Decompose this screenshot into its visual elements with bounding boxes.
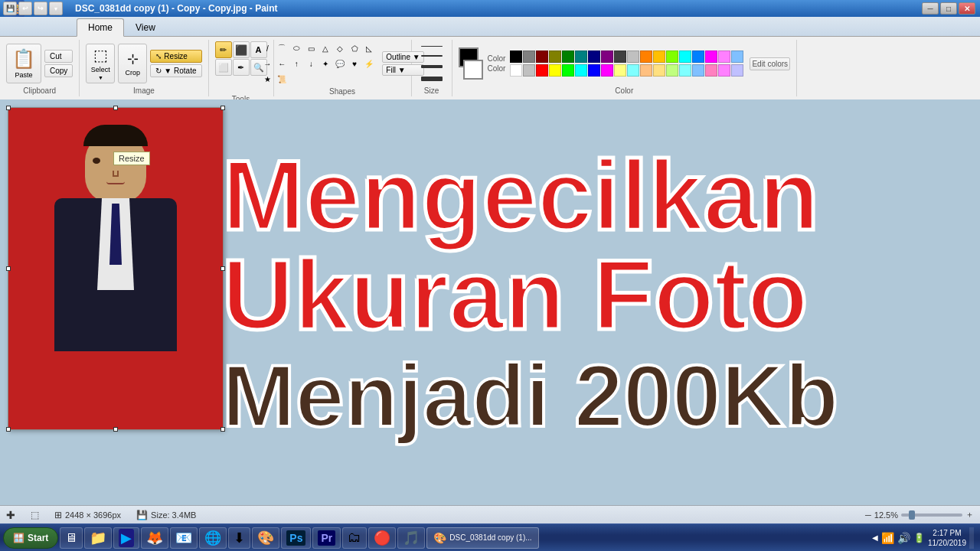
size-4[interactable] <box>421 77 443 81</box>
color-gray[interactable] <box>523 51 535 63</box>
minimize-button[interactable]: ─ <box>922 2 939 15</box>
handle-bl[interactable] <box>6 427 11 432</box>
color-periwinkle[interactable] <box>731 64 743 77</box>
paste-button[interactable]: 📋 Paste <box>6 44 41 83</box>
start-button[interactable]: 🪟 Start <box>3 527 58 549</box>
handle-tc[interactable] <box>113 106 118 110</box>
color-ltcyan2[interactable] <box>627 64 639 77</box>
qa-dropdown[interactable]: ▼ <box>49 2 63 15</box>
color-white[interactable] <box>510 64 522 77</box>
shape-arrow-down[interactable]: ↓ <box>304 57 318 70</box>
shape-diamond[interactable]: ◇ <box>333 41 347 55</box>
color-ltcyan[interactable] <box>575 64 587 77</box>
rotate-button[interactable]: ↻ ▼ Rotate <box>150 64 201 77</box>
taskbar-download[interactable]: ⬇ <box>228 527 250 549</box>
cut-button[interactable]: Cut <box>44 50 73 63</box>
shape-scroll[interactable]: 📜 <box>275 72 289 86</box>
taskbar-paint[interactable]: 🎨 <box>252 527 279 549</box>
color-red[interactable] <box>536 64 548 77</box>
taskbar-mail[interactable]: 📧 <box>170 527 198 549</box>
resize-button[interactable]: ⤡ Resize <box>150 50 201 63</box>
color-sky[interactable] <box>679 64 691 77</box>
shape-arrow-up[interactable]: ↑ <box>289 57 303 70</box>
color-magenta[interactable] <box>705 51 717 63</box>
color-ltblue[interactable] <box>588 64 600 77</box>
fill-tool[interactable]: ⬛ <box>233 41 250 58</box>
zoom-out-button[interactable]: ─ <box>865 510 871 520</box>
zoom-thumb[interactable] <box>909 510 915 520</box>
taskbar-chrome[interactable]: 🌐 <box>199 527 227 549</box>
picker-tool[interactable]: ✒ <box>233 59 250 76</box>
show-desktop-corner[interactable] <box>969 527 974 549</box>
undo-button[interactable]: ↩ <box>18 2 32 15</box>
color-black[interactable] <box>510 51 522 63</box>
color-navy[interactable] <box>588 51 600 63</box>
tab-home[interactable]: Home <box>77 18 124 37</box>
color-pink[interactable] <box>718 51 730 63</box>
color-blue[interactable] <box>692 51 704 63</box>
maximize-button[interactable]: □ <box>940 2 957 15</box>
color-ltgray[interactable] <box>523 64 535 77</box>
taskbar-pr[interactable]: Pr <box>312 527 341 549</box>
pencil-tool[interactable]: ✏ <box>215 41 232 58</box>
tray-arrow[interactable]: ◀ <box>872 533 878 542</box>
color-darkred[interactable] <box>536 51 548 63</box>
handle-bc[interactable] <box>113 427 118 432</box>
color-cornflower[interactable] <box>692 64 704 77</box>
color-olive[interactable] <box>549 51 561 63</box>
shape-line[interactable]: / <box>260 41 274 55</box>
color-darkgray[interactable] <box>614 51 626 63</box>
shape-triangle[interactable]: △ <box>318 41 332 55</box>
shape-oval[interactable]: ⬭ <box>289 41 303 55</box>
color-lavender[interactable] <box>718 64 730 77</box>
redo-button[interactable]: ↪ <box>34 2 47 15</box>
size-1[interactable] <box>421 46 443 47</box>
size-2[interactable] <box>421 55 443 57</box>
color-wheat[interactable] <box>653 64 665 77</box>
edit-colors-btn[interactable]: Edit colors <box>750 57 790 70</box>
shape-pentagon[interactable]: ⬠ <box>348 41 361 55</box>
taskbar-ps[interactable]: Ps <box>281 527 311 549</box>
color-peach[interactable] <box>640 64 652 77</box>
color-gold[interactable] <box>653 51 665 63</box>
shape-curve[interactable]: ⌒ <box>275 41 289 55</box>
shape-arrow-right[interactable]: → <box>260 57 274 70</box>
color-purple[interactable] <box>601 51 613 63</box>
select-button[interactable]: ⬚ Select ▼ <box>86 44 115 83</box>
show-desktop-btn[interactable]: 🖥 <box>60 527 83 549</box>
crop-button[interactable]: ⊹ Crop <box>118 44 147 83</box>
shape-4arrow[interactable]: ✦ <box>318 57 332 70</box>
taskbar-media[interactable]: ▶ <box>113 527 139 549</box>
color-orange[interactable] <box>640 51 652 63</box>
shape-heart[interactable]: ♥ <box>348 57 361 70</box>
color-yellow[interactable] <box>549 64 561 77</box>
shape-lightning[interactable]: ⚡ <box>362 57 376 70</box>
taskbar-firefox[interactable]: 🦊 <box>141 527 168 549</box>
save-button[interactable]: 💾 <box>3 2 17 15</box>
shape-right-tri[interactable]: ◺ <box>362 41 376 55</box>
copy-button[interactable]: Copy <box>44 64 73 77</box>
tab-view[interactable]: View <box>124 18 167 36</box>
color-pink2[interactable] <box>601 64 613 77</box>
handle-tl[interactable] <box>6 106 11 110</box>
eraser-tool[interactable]: ⬜ <box>215 59 232 76</box>
handle-ml[interactable] <box>6 266 11 271</box>
taskbar-explorer[interactable]: 📁 <box>84 527 112 549</box>
color-green[interactable] <box>562 51 574 63</box>
color-cyan[interactable] <box>679 51 691 63</box>
taskbar-music[interactable]: 🎵 <box>397 527 425 549</box>
shape-arrow-left[interactable]: ← <box>275 57 289 70</box>
color-teal[interactable] <box>575 51 587 63</box>
handle-tr[interactable] <box>220 106 225 110</box>
color-lightblue[interactable] <box>731 51 743 63</box>
zoom-slider[interactable] <box>901 514 962 517</box>
color-ltlime[interactable] <box>666 64 678 77</box>
shape-star[interactable]: ★ <box>260 72 274 86</box>
size-3[interactable] <box>421 65 443 68</box>
color-lime[interactable] <box>666 51 678 63</box>
color-lilac[interactable] <box>705 64 717 77</box>
close-button[interactable]: ✕ <box>959 2 975 15</box>
zoom-in-button[interactable]: ＋ <box>965 509 974 520</box>
color-ltyellow[interactable] <box>614 64 626 77</box>
taskbar-record[interactable]: 🔴 <box>368 527 396 549</box>
